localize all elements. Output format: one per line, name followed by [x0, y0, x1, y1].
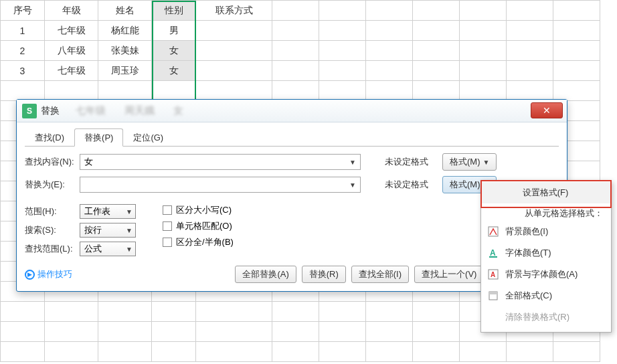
matchcase-label: 区分大小写(C)	[176, 204, 232, 216]
search-select[interactable]: 按行 ▼	[80, 223, 136, 238]
chevron-down-icon: ▼	[126, 227, 133, 234]
label-scope: 范围(H):	[25, 205, 76, 217]
chevron-down-icon[interactable]: ▼	[349, 159, 356, 166]
chevron-down-icon: ▼	[483, 159, 490, 166]
label-find-content: 查找内容(N):	[25, 156, 76, 168]
tab-replace[interactable]: 替换(P)	[74, 128, 123, 147]
fullhalf-label: 区分全/半角(B)	[176, 236, 234, 248]
tips-link[interactable]: ▶ 操作技巧	[25, 268, 72, 280]
dialog-title: 替换	[41, 105, 60, 117]
bg-font-color-icon: A	[488, 269, 499, 280]
menu-section-label: 从单元格选择格式：	[481, 203, 611, 221]
find-content-input[interactable]: 女 ▼	[80, 154, 361, 170]
table-row[interactable]: 3 七年级 周玉珍 女	[1, 61, 600, 81]
header-name[interactable]: 姓名	[98, 1, 152, 21]
header-no[interactable]: 序号	[1, 1, 45, 21]
menu-bg-color[interactable]: 背景颜色(I)	[481, 221, 611, 242]
table-row[interactable]: 1 七年级 杨红能 男	[1, 21, 600, 41]
font-color-icon: A	[488, 248, 499, 258]
lookin-select[interactable]: 公式 ▼	[80, 242, 136, 256]
label-replace-with: 替换为(E):	[25, 179, 76, 191]
svg-rect-6	[489, 292, 497, 294]
menu-clear-format: 清除替换格式(R)	[481, 306, 611, 328]
header-contact[interactable]: 联系方式	[196, 1, 272, 21]
chevron-down-icon: ▼	[126, 246, 133, 253]
tab-goto[interactable]: 定位(G)	[123, 128, 173, 147]
menu-set-format[interactable]: 设置格式(F)	[481, 182, 611, 203]
close-button[interactable]: ✕	[531, 102, 563, 118]
format-menu: 设置格式(F) 从单元格选择格式： 背景颜色(I) A 字体颜色(T) A 背景…	[480, 180, 612, 333]
find-prev-button[interactable]: 查找上一个(V)	[414, 266, 484, 283]
menu-bg-font-color[interactable]: A 背景与字体颜色(A)	[481, 264, 611, 285]
play-icon: ▶	[25, 270, 35, 280]
bg-color-icon	[488, 226, 499, 237]
wholecell-label: 单元格匹配(O)	[176, 220, 232, 232]
header-gender[interactable]: 性别	[152, 1, 196, 21]
tab-find[interactable]: 查找(D)	[25, 128, 74, 147]
close-icon: ✕	[543, 105, 551, 116]
find-all-button[interactable]: 查找全部(I)	[351, 266, 409, 283]
chevron-down-icon: ▼	[126, 208, 133, 215]
menu-all-format[interactable]: 全部格式(C)	[481, 285, 611, 306]
all-format-icon	[488, 290, 499, 301]
wholecell-checkbox[interactable]	[163, 221, 172, 231]
label-search: 搜索(S):	[25, 224, 76, 236]
svg-rect-2	[489, 256, 497, 258]
header-grade[interactable]: 年级	[45, 1, 98, 21]
chevron-down-icon[interactable]: ▼	[349, 181, 356, 189]
table-row[interactable]: 2 八年级 张美妹 女	[1, 41, 600, 61]
svg-text:A: A	[491, 271, 495, 278]
replace-with-input[interactable]: ▼	[80, 177, 361, 193]
matchcase-checkbox[interactable]	[163, 205, 172, 215]
dialog-tabs: 查找(D) 替换(P) 定位(G)	[25, 128, 559, 147]
replace-format-status: 未设定格式	[374, 179, 438, 191]
replace-button[interactable]: 替换(R)	[302, 266, 346, 283]
find-format-button[interactable]: 格式(M) ▼	[442, 153, 497, 171]
scope-select[interactable]: 工作表 ▼	[80, 204, 136, 219]
app-icon: S	[22, 104, 37, 118]
replace-all-button[interactable]: 全部替换(A)	[235, 266, 296, 283]
find-format-status: 未设定格式	[374, 156, 438, 168]
menu-font-color[interactable]: A 字体颜色(T)	[481, 242, 611, 264]
label-lookin: 查找范围(L):	[25, 243, 76, 255]
dialog-titlebar[interactable]: S 替换 七年级周天娥女 ✕	[17, 100, 567, 122]
fullhalf-checkbox[interactable]	[163, 238, 172, 247]
svg-text:A: A	[490, 248, 496, 258]
